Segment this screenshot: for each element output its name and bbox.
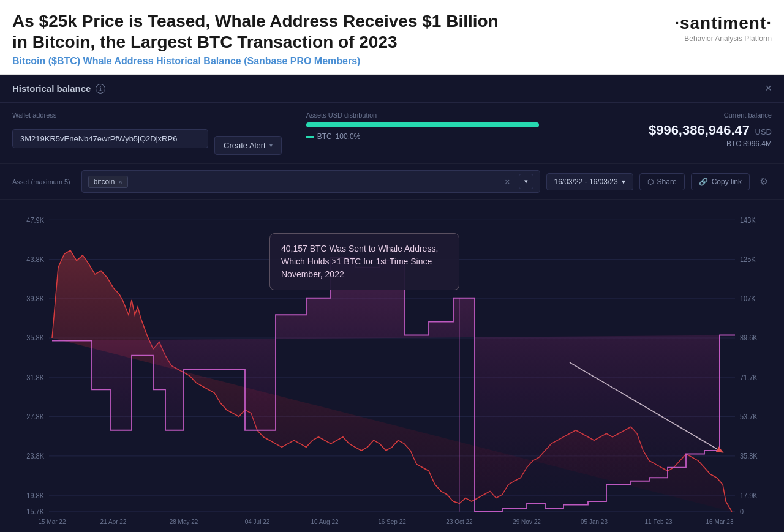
svg-text:04 Jul 22: 04 Jul 22 <box>245 517 270 525</box>
create-alert-label: Create Alert <box>224 141 266 150</box>
distribution-label: Assets USD distribution <box>306 111 624 119</box>
wallet-label: Wallet address <box>12 111 282 119</box>
balance-label: Current balance <box>649 111 772 119</box>
svg-text:27.8K: 27.8K <box>26 413 44 421</box>
santiment-logo: ·santiment· Behavior Analysis Platform <box>674 11 772 43</box>
svg-text:29 Nov 22: 29 Nov 22 <box>513 517 541 525</box>
share-label: Share <box>657 178 677 186</box>
date-range-value: 16/03/22 - 16/03/23 <box>554 178 618 186</box>
settings-button[interactable]: ⚙ <box>756 172 772 191</box>
clear-asset-icon[interactable]: × <box>501 177 513 187</box>
svg-text:125K: 125K <box>740 255 756 264</box>
svg-text:15.7K: 15.7K <box>26 508 44 516</box>
remove-asset-icon[interactable]: × <box>118 178 122 185</box>
share-icon: ⬡ <box>647 178 654 186</box>
bitcoin-asset-tag: bitcoin × <box>88 176 128 188</box>
balance-usd-value: $996,386,946.47 <box>649 122 750 138</box>
balance-section: Current balance $996,386,946.47 USD BTC … <box>649 111 772 148</box>
distribution-section: Assets USD distribution BTC 100.0% <box>306 111 624 141</box>
chart-svg: 47.9K 43.8K 39.8K 35.8K 31.8K 27.8K 23.8… <box>12 200 772 532</box>
svg-text:143K: 143K <box>740 215 756 224</box>
copy-link-button[interactable]: 🔗 Copy link <box>691 173 750 190</box>
svg-text:39.8K: 39.8K <box>26 294 44 303</box>
link-icon: 🔗 <box>699 178 708 186</box>
svg-text:89.6K: 89.6K <box>740 334 758 342</box>
panel-header: Historical balance ℹ × <box>0 75 784 103</box>
svg-text:10 Aug 22: 10 Aug 22 <box>311 517 338 525</box>
dashboard-panel: Historical balance ℹ × Wallet address Cr… <box>0 75 784 532</box>
create-alert-button[interactable]: Create Alert ▾ <box>214 136 282 155</box>
copy-link-label: Copy link <box>712 178 742 186</box>
svg-text:23 Oct 22: 23 Oct 22 <box>446 517 472 525</box>
svg-text:43.8K: 43.8K <box>26 255 44 264</box>
distribution-bar <box>306 122 539 127</box>
svg-text:16 Mar 23: 16 Mar 23 <box>706 517 733 525</box>
balance-usd-tag: USD <box>755 127 772 137</box>
svg-text:11 Feb 23: 11 Feb 23 <box>644 517 672 525</box>
subtitle: Bitcoin ($BTC) Whale Address Historical … <box>12 56 514 67</box>
svg-text:31.8K: 31.8K <box>26 373 44 381</box>
distribution-bar-fill <box>306 122 539 127</box>
legend-dot-icon <box>306 136 314 138</box>
header-left: As $25k Price is Teased, Whale Address R… <box>12 11 514 67</box>
svg-text:47.9K: 47.9K <box>26 215 44 224</box>
svg-text:23.8K: 23.8K <box>26 452 44 460</box>
info-icon[interactable]: ℹ <box>96 84 105 94</box>
svg-text:107K: 107K <box>740 294 756 303</box>
wallet-row: Wallet address Create Alert ▾ Assets USD… <box>0 103 784 164</box>
svg-text:71.7K: 71.7K <box>740 373 758 381</box>
asset-label: Asset (maximum 5) <box>12 178 70 185</box>
panel-title: Historical balance <box>12 83 91 94</box>
wallet-section: Wallet address Create Alert ▾ <box>12 111 282 155</box>
svg-text:35.8K: 35.8K <box>740 452 758 460</box>
bitcoin-tag-label: bitcoin <box>94 178 115 186</box>
svg-text:17.9K: 17.9K <box>740 491 758 500</box>
svg-text:19.8K: 19.8K <box>26 491 44 500</box>
close-icon[interactable]: × <box>765 82 772 95</box>
share-button[interactable]: ⬡ Share <box>639 173 685 190</box>
svg-text:53.7K: 53.7K <box>740 413 758 421</box>
page-header: As $25k Price is Teased, Whale Address R… <box>0 0 784 75</box>
svg-text:05 Jan 23: 05 Jan 23 <box>581 517 608 525</box>
svg-text:16 Sep 22: 16 Sep 22 <box>378 517 406 525</box>
wallet-address-input[interactable] <box>12 129 208 148</box>
brand-tagline: Behavior Analysis Platform <box>684 34 772 43</box>
chart-area: 47.9K 43.8K 39.8K 35.8K 31.8K 27.8K 23.8… <box>0 200 784 532</box>
asset-input-wrapper[interactable]: bitcoin × × ▾ <box>81 170 540 193</box>
svg-text:21 Apr 22: 21 Apr 22 <box>100 517 127 525</box>
balance-usd-row: $996,386,946.47 USD <box>649 122 772 138</box>
legend-percent: 100.0% <box>336 132 361 141</box>
date-range-chevron-icon: ▾ <box>622 178 625 186</box>
chart-controls: Asset (maximum 5) bitcoin × × ▾ 16/03/22… <box>0 164 784 200</box>
asset-dropdown-icon[interactable]: ▾ <box>519 174 533 189</box>
chevron-down-icon: ▾ <box>270 142 273 149</box>
distribution-legend: BTC 100.0% <box>306 132 624 141</box>
svg-text:15 Mar 22: 15 Mar 22 <box>38 517 66 525</box>
svg-text:35.8K: 35.8K <box>26 334 44 342</box>
date-range-button[interactable]: 16/03/22 - 16/03/23 ▾ <box>546 173 633 190</box>
balance-btc-value: BTC $996.4M <box>649 140 772 148</box>
svg-text:28 May 22: 28 May 22 <box>170 517 198 525</box>
main-title: As $25k Price is Teased, Whale Address R… <box>12 11 514 52</box>
brand-name: ·santiment· <box>674 13 772 33</box>
legend-asset: BTC <box>317 132 332 141</box>
panel-title-row: Historical balance ℹ <box>12 83 105 94</box>
svg-text:0: 0 <box>740 508 744 516</box>
